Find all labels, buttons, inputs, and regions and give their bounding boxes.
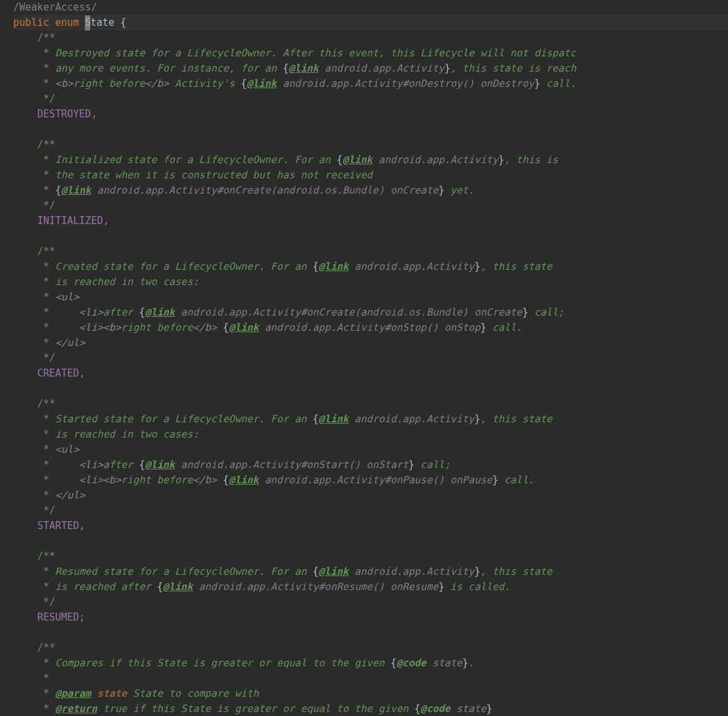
- doc-text: right before: [121, 322, 193, 333]
- enum-created: CREATED: [37, 367, 79, 379]
- doc-text: is reached in two cases:: [49, 428, 199, 440]
- indent: [13, 291, 37, 303]
- doc-close: */: [37, 352, 55, 364]
- doc-link-tag: @link: [61, 184, 91, 196]
- doc-braceopen: {: [414, 703, 420, 715]
- doc-close: */: [37, 596, 55, 608]
- doc-star: *: [37, 184, 49, 196]
- doc-braceclose: }: [444, 62, 450, 74]
- doc-text: , this state: [480, 566, 552, 577]
- doc-link-tag: @link: [343, 154, 373, 166]
- doc-text: Initialized state for a LifecycleOwner. …: [49, 154, 336, 166]
- indent: [13, 459, 37, 471]
- indent: [13, 306, 37, 318]
- indent: [13, 367, 37, 379]
- doc-text: call;: [414, 459, 450, 471]
- doc-close: */: [37, 505, 55, 516]
- indent: [13, 184, 37, 196]
- doc-param-name: state: [97, 687, 127, 699]
- indent: [13, 261, 37, 272]
- doc-link-tag: @link: [229, 474, 259, 486]
- suppress-annotation: /WeakerAccess/: [13, 1, 97, 13]
- code-editor[interactable]: /WeakerAccess/ public enum State { /** *…: [0, 0, 728, 716]
- doc-star: *: [37, 687, 49, 699]
- doc-text: is reached after: [49, 581, 157, 593]
- doc-text: Resumed state for a LifecycleOwner. For …: [49, 566, 312, 577]
- enum-destroyed: DESTROYED: [37, 108, 91, 120]
- doc-open: /**: [37, 139, 55, 150]
- open-brace: {: [115, 17, 127, 29]
- doc-braceclose: }: [492, 474, 498, 486]
- html-tag-ul-close: </ul>: [55, 337, 85, 349]
- doc-link-tag: @link: [145, 459, 175, 471]
- doc-return-tag: @return: [55, 703, 97, 715]
- doc-text: call;: [528, 306, 564, 318]
- doc-ref: android.app.Activity#onCreate(android.os…: [175, 306, 522, 318]
- doc-braceopen: {: [241, 78, 247, 90]
- doc-open: /**: [37, 32, 55, 44]
- indent: [13, 62, 37, 74]
- html-tag-li-b: <li><b>: [79, 322, 121, 333]
- doc-star: *: [37, 703, 49, 715]
- indent: [13, 276, 37, 288]
- doc-link-tag: @link: [319, 261, 349, 272]
- doc-star: *: [37, 78, 49, 90]
- doc-star: *: [37, 489, 49, 501]
- doc-open: [13, 32, 37, 44]
- doc-braceopen: {: [139, 306, 145, 318]
- doc-text: Compares if this State is greater or equ…: [49, 657, 391, 669]
- doc-text: .: [468, 657, 474, 669]
- doc-text: , this state: [480, 413, 552, 425]
- doc-ref: android.app.Activity#onCreate(android.os…: [91, 184, 438, 196]
- doc-link-tag: @link: [145, 306, 175, 318]
- doc-text: is reached in two cases:: [49, 276, 199, 288]
- doc-text: call.: [486, 322, 522, 333]
- doc-text: [49, 78, 55, 90]
- doc-star: *: [37, 337, 49, 349]
- indent: [13, 428, 37, 440]
- doc-code-tag: @code: [420, 703, 450, 715]
- doc-text: true if this State is greater or equal t…: [97, 703, 414, 715]
- doc-star: *: [37, 672, 49, 684]
- doc-text: call.: [499, 474, 534, 486]
- doc-text: , this state is reach: [450, 62, 576, 74]
- enum-initialized: INITIALIZED: [37, 215, 103, 227]
- doc-star: *: [37, 169, 49, 181]
- doc-text: the state when it is constructed but has…: [49, 169, 373, 181]
- doc-open: /**: [37, 550, 55, 562]
- doc-text: [49, 459, 79, 471]
- doc-braceopen: {: [55, 184, 61, 196]
- doc-ref: state: [450, 703, 486, 715]
- doc-ref: android.app.Activity#onPause() onPause: [259, 474, 492, 486]
- indent: [13, 703, 37, 715]
- doc-braceclose: }: [486, 703, 492, 715]
- doc-braceopen: {: [223, 322, 229, 333]
- doc-text: [49, 489, 55, 501]
- doc-star: *: [37, 276, 49, 288]
- indent: [13, 444, 37, 455]
- doc-close: */: [37, 93, 55, 105]
- html-tag-b-close: </b>: [145, 78, 169, 90]
- doc-text: right before: [73, 78, 145, 90]
- doc-text: yet.: [444, 184, 474, 196]
- doc-text: after: [103, 306, 139, 318]
- html-tag-li: <li>: [79, 306, 103, 318]
- doc-text: [49, 444, 55, 455]
- html-tag-ul-close: </ul>: [55, 489, 85, 501]
- keyword-public: public: [13, 17, 49, 29]
- doc-link-tag: @link: [319, 566, 349, 577]
- doc-braceclose: }: [462, 657, 468, 669]
- doc-text: after: [103, 459, 139, 471]
- doc-text: [49, 687, 55, 699]
- indent: [13, 245, 37, 257]
- comma: ,: [79, 367, 85, 379]
- indent: [13, 474, 37, 486]
- indent: [13, 642, 37, 654]
- current-line[interactable]: public enum State {: [13, 15, 728, 30]
- html-tag-b: <b>: [55, 78, 73, 90]
- indent: [13, 47, 37, 59]
- doc-text: [49, 306, 79, 318]
- doc-link-tag: @link: [229, 322, 259, 333]
- doc-star: *: [37, 47, 49, 59]
- doc-braceopen: {: [313, 566, 319, 577]
